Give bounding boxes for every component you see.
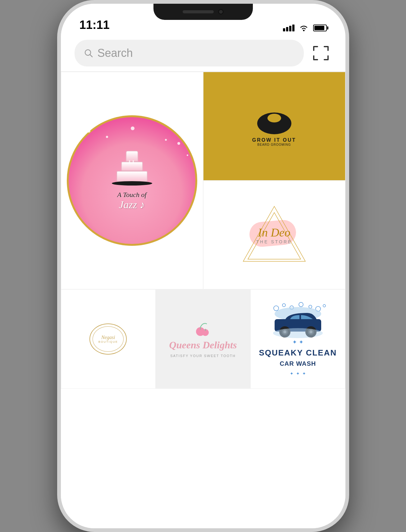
svg-point-17	[323, 305, 326, 307]
cake-plate	[112, 181, 152, 186]
svg-line-2	[90, 54, 92, 57]
svg-point-26	[273, 328, 323, 338]
cake-mid	[121, 162, 143, 171]
car-icon	[267, 302, 329, 339]
cake-script-a-touch-of: A Touch of	[117, 191, 146, 199]
search-placeholder: Search	[98, 47, 133, 60]
in-deo-logo: In Deo THE STORE	[240, 204, 308, 266]
main-grid: A Touch of Jazz ♪	[61, 72, 345, 289]
star-icon-5: ✦	[302, 371, 306, 376]
cake-visual	[112, 151, 152, 186]
cake-script-jazz: Jazz ♪	[119, 199, 145, 211]
search-icon	[84, 48, 93, 58]
svg-point-12	[282, 304, 285, 307]
car-wash-title-text: SQUEAKY CLEAN	[259, 348, 337, 358]
car-wash-subtitle-text: CAR WASH	[280, 360, 316, 367]
squeaky-clean-logo: ✦ ✦ SQUEAKY CLEAN CAR WASH ✦ ✦ ✦	[259, 302, 337, 376]
grow-it-out-logo: GROW IT OUT BEARD GROOMING	[252, 106, 296, 146]
svg-point-4	[267, 114, 281, 122]
scan-icon[interactable]	[310, 42, 332, 64]
touch-of-jazz-item[interactable]: A Touch of Jazz ♪	[61, 72, 203, 289]
svg-point-11	[274, 306, 279, 311]
squeaky-clean-item[interactable]: ✦ ✦ SQUEAKY CLEAN CAR WASH ✦ ✦ ✦	[250, 289, 345, 389]
svg-point-15	[309, 305, 312, 308]
cake-top	[126, 151, 138, 162]
negasi-frame: Negasi Boutique	[89, 323, 127, 355]
star-icon-4: ✦	[296, 371, 300, 376]
cherry-icon	[194, 321, 212, 336]
negasi-logo: Negasi Boutique	[89, 323, 127, 355]
star-icon-2: ✦	[299, 339, 303, 346]
svg-point-14	[299, 302, 303, 307]
star-icon: ✦	[292, 339, 297, 346]
car-wash-stars-bottom: ✦ ✦ ✦	[290, 371, 306, 376]
queens-main-text: Queens Delights	[169, 339, 237, 351]
notch	[153, 4, 253, 20]
wifi-icon	[299, 24, 309, 32]
negasi-sub-text: Boutique	[98, 340, 118, 343]
queens-delights-logo: Queens Delights Satisfy Your Sweet Tooth	[169, 321, 237, 358]
grow-it-out-item[interactable]: GROW IT OUT BEARD GROOMING	[203, 72, 345, 181]
status-icons	[283, 24, 327, 32]
queens-sub-text: Satisfy Your Sweet Tooth	[170, 354, 236, 358]
touch-of-jazz-logo: A Touch of Jazz ♪	[67, 115, 197, 246]
grow-it-out-text: GROW IT OUT BEARD GROOMING	[252, 137, 296, 146]
in-deo-sub-text: THE STORE	[256, 239, 292, 244]
camera	[218, 9, 224, 15]
svg-point-0	[303, 30, 304, 31]
negasi-boutique-item[interactable]: Negasi Boutique	[61, 289, 156, 389]
content-area: A Touch of Jazz ♪	[61, 72, 345, 528]
negasi-main-text: Negasi	[101, 335, 115, 340]
phone-frame: 11:11	[57, 0, 349, 532]
queens-delights-item[interactable]: Queens Delights Satisfy Your Sweet Tooth	[156, 289, 250, 389]
status-time: 11:11	[80, 18, 283, 32]
signal-icon	[283, 25, 294, 31]
in-deo-main-text: In Deo	[256, 226, 292, 239]
search-bar-container: Search	[61, 35, 345, 72]
search-input-wrapper[interactable]: Search	[75, 40, 304, 66]
in-deo-item[interactable]: In Deo THE STORE	[203, 181, 345, 289]
negasi-inner-frame: Negasi Boutique	[93, 326, 124, 352]
cake-bot	[116, 171, 148, 182]
beard-icon	[256, 106, 293, 134]
status-bar: 11:11	[61, 4, 345, 35]
speaker	[183, 10, 214, 13]
star-icon-3: ✦	[290, 371, 294, 376]
car-wash-stars-top: ✦ ✦	[292, 339, 303, 346]
bottom-grid: Negasi Boutique	[61, 289, 345, 389]
in-deo-text: In Deo THE STORE	[256, 226, 292, 244]
battery-icon	[313, 25, 327, 31]
